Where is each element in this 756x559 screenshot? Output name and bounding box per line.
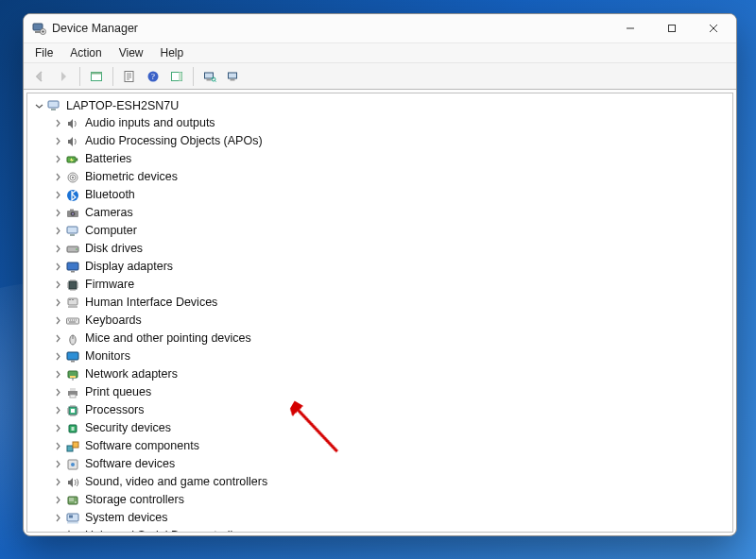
chevron-right-icon[interactable] bbox=[52, 208, 63, 219]
chevron-right-icon[interactable] bbox=[52, 315, 63, 327]
monitor-icon bbox=[65, 349, 80, 364]
svg-rect-50 bbox=[71, 409, 75, 413]
device-category-row[interactable]: Software devices bbox=[29, 455, 730, 473]
device-category-label: Batteries bbox=[82, 151, 131, 167]
display-icon bbox=[65, 260, 80, 275]
add-legacy-hardware-button[interactable] bbox=[223, 66, 244, 87]
close-button[interactable] bbox=[693, 14, 734, 42]
disk-icon bbox=[65, 242, 80, 257]
device-category-row[interactable]: Human Interface Devices bbox=[29, 294, 730, 312]
svg-point-22 bbox=[72, 176, 74, 178]
chevron-right-icon[interactable] bbox=[52, 477, 63, 488]
device-category-row[interactable]: Firmware bbox=[29, 276, 730, 294]
device-category-row[interactable]: Audio Processing Objects (APOs) bbox=[29, 132, 730, 150]
chevron-right-icon[interactable] bbox=[52, 262, 63, 273]
device-category-row[interactable]: Computer bbox=[29, 222, 730, 240]
chevron-right-icon[interactable] bbox=[52, 387, 63, 398]
help-button[interactable]: ? bbox=[143, 66, 163, 87]
chevron-down-icon[interactable] bbox=[33, 100, 44, 111]
device-category-row[interactable]: Batteries bbox=[29, 150, 730, 168]
chevron-right-icon[interactable] bbox=[52, 513, 63, 524]
keyboard-icon bbox=[65, 313, 80, 329]
maximize-button[interactable] bbox=[651, 14, 693, 42]
svg-rect-36 bbox=[68, 306, 77, 308]
svg-rect-27 bbox=[70, 209, 74, 211]
device-category-row[interactable]: Bluetooth bbox=[29, 186, 730, 204]
back-button[interactable] bbox=[29, 66, 50, 87]
device-category-row[interactable]: Cameras bbox=[29, 204, 730, 222]
chevron-right-icon[interactable] bbox=[52, 423, 63, 434]
toolbar: ? bbox=[24, 63, 736, 90]
chevron-right-icon[interactable] bbox=[52, 226, 63, 237]
device-category-label: Sound, video and game controllers bbox=[82, 474, 267, 490]
svg-rect-19 bbox=[77, 158, 78, 161]
toolbar-separator bbox=[193, 67, 194, 86]
chevron-right-icon[interactable] bbox=[52, 405, 63, 416]
camera-icon bbox=[65, 206, 80, 221]
chevron-right-icon[interactable] bbox=[52, 351, 63, 363]
chevron-right-icon[interactable] bbox=[52, 297, 63, 309]
minimize-button[interactable] bbox=[610, 14, 651, 42]
device-category-row[interactable]: Print queues bbox=[29, 383, 730, 401]
scan-hardware-button[interactable] bbox=[199, 66, 220, 87]
chevron-right-icon[interactable] bbox=[52, 333, 63, 345]
svg-rect-48 bbox=[70, 395, 76, 398]
toolbar-separator bbox=[112, 67, 113, 86]
menu-help[interactable]: Help bbox=[153, 44, 192, 61]
svg-rect-17 bbox=[51, 109, 56, 110]
window-title: Device Manager bbox=[52, 22, 138, 35]
properties-button[interactable] bbox=[119, 66, 140, 87]
device-category-row[interactable]: Audio inputs and outputs bbox=[29, 114, 730, 132]
device-category-label: Disk drives bbox=[82, 241, 143, 257]
forward-button[interactable] bbox=[53, 66, 74, 87]
chevron-right-icon[interactable] bbox=[52, 280, 63, 291]
tree-root-row[interactable]: LAPTOP-ESH2SN7U bbox=[29, 97, 730, 114]
svg-rect-52 bbox=[72, 427, 75, 431]
device-category-label: Keyboards bbox=[82, 313, 142, 329]
show-console-tree-button[interactable] bbox=[86, 66, 107, 87]
device-category-row[interactable]: Monitors bbox=[29, 347, 730, 365]
svg-rect-11 bbox=[205, 73, 214, 78]
device-category-row[interactable]: Biometric devices bbox=[29, 168, 730, 186]
device-category-label: Audio Processing Objects (APOs) bbox=[82, 133, 263, 149]
chevron-right-icon[interactable] bbox=[52, 118, 63, 129]
device-category-row[interactable]: Security devices bbox=[29, 419, 730, 437]
menu-view[interactable]: View bbox=[112, 44, 151, 61]
device-category-label: Human Interface Devices bbox=[82, 295, 217, 311]
device-category-row[interactable]: System devices bbox=[29, 509, 730, 527]
device-category-row[interactable]: Software components bbox=[29, 437, 730, 455]
chevron-right-icon[interactable] bbox=[52, 136, 63, 147]
network-icon bbox=[65, 367, 80, 382]
device-category-row[interactable]: Storage controllers bbox=[29, 491, 730, 509]
battery-icon bbox=[65, 152, 80, 167]
svg-rect-54 bbox=[73, 442, 78, 448]
menu-file[interactable]: File bbox=[27, 44, 60, 61]
device-category-row[interactable]: Sound, video and game controllers bbox=[29, 473, 730, 491]
chevron-right-icon[interactable] bbox=[52, 441, 63, 452]
svg-point-58 bbox=[75, 501, 77, 503]
device-category-row[interactable]: Disk drives bbox=[29, 240, 730, 258]
device-category-row[interactable]: Keyboards bbox=[29, 312, 730, 330]
chevron-right-icon[interactable] bbox=[52, 190, 63, 201]
speaker-icon bbox=[65, 116, 80, 131]
device-category-row[interactable]: Processors bbox=[29, 401, 730, 419]
svg-rect-16 bbox=[48, 101, 59, 108]
chevron-right-icon[interactable] bbox=[52, 154, 63, 165]
chevron-right-icon[interactable] bbox=[52, 244, 63, 255]
device-category-row[interactable]: Mice and other pointing devices bbox=[29, 330, 730, 347]
chevron-right-icon[interactable] bbox=[52, 369, 63, 381]
device-category-label: Monitors bbox=[82, 348, 130, 364]
device-category-row[interactable]: Display adapters bbox=[29, 258, 730, 276]
menu-action[interactable]: Action bbox=[62, 44, 109, 61]
device-tree[interactable]: LAPTOP-ESH2SN7U Audio inputs and outputs… bbox=[26, 93, 733, 533]
device-category-row[interactable]: Universal Serial Bus controllers bbox=[29, 527, 730, 533]
chevron-right-icon[interactable] bbox=[52, 495, 63, 506]
device-category-label: Network adapters bbox=[82, 366, 178, 382]
action-pane-button[interactable] bbox=[166, 66, 187, 87]
device-category-row[interactable]: Network adapters bbox=[29, 365, 730, 383]
chevron-right-icon[interactable] bbox=[52, 459, 63, 470]
chevron-right-icon[interactable] bbox=[52, 531, 63, 534]
device-category-label: Print queues bbox=[82, 384, 151, 400]
device-category-label: Cameras bbox=[82, 205, 133, 221]
chevron-right-icon[interactable] bbox=[52, 172, 63, 183]
